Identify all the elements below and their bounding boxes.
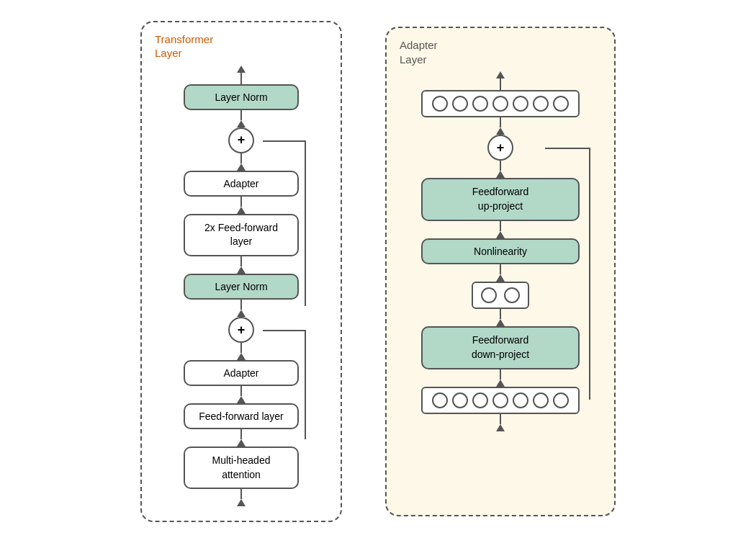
arrowhead: [496, 127, 505, 135]
arrow-line: [500, 78, 501, 90]
arrowhead: [496, 171, 505, 178]
skip-right-line-bottom: [305, 330, 306, 439]
arrow-ff-up-nl: [496, 221, 505, 238]
arrow-ff-ln: [237, 256, 246, 274]
adapter-top: Adapter: [184, 171, 299, 197]
arrow-bottom-in: [237, 489, 246, 506]
arrow-line: [240, 343, 242, 353]
feedforward-layer: 2x Feed-forwardlayer: [184, 214, 299, 256]
neuron: [533, 96, 549, 112]
arrowhead: [496, 274, 505, 282]
neuron: [432, 392, 448, 408]
arrow-line: [240, 153, 242, 163]
diagram-container: Transformer Layer Layer Norm +: [0, 0, 756, 543]
arrow-neurons-ff-down: [496, 309, 505, 326]
adapter-bottom: Adapter: [184, 360, 299, 386]
arrow-plus-ff-up: [496, 161, 505, 178]
right-col: + Feedforwardup-project Nonlinear: [408, 71, 593, 431]
skip-right-line-top: [305, 140, 306, 306]
arrow-line: [240, 386, 242, 396]
transformer-layer-panel: Transformer Layer Layer Norm +: [140, 21, 342, 522]
ff-layer: Feed-forward layer: [184, 403, 299, 429]
arrow-top-out-right: [496, 71, 505, 90]
neuron: [513, 96, 528, 112]
plus-bottom: +: [228, 317, 254, 343]
arrow-line: [240, 300, 242, 310]
neurons-bottom-row: [421, 387, 580, 414]
arrowhead: [237, 66, 246, 73]
neuron: [513, 392, 528, 408]
arrow-plus-adapter2: [237, 343, 246, 360]
arrowhead: [496, 319, 505, 326]
ff-up-project: Feedforwardup-project: [421, 178, 580, 221]
neurons-top-row: [421, 90, 580, 117]
arrow-line: [500, 161, 501, 171]
skip-right-adapter: [589, 148, 590, 400]
arrow-line: [240, 256, 242, 266]
arrowhead: [237, 163, 246, 171]
arrowhead: [237, 207, 246, 214]
plus-adapter-row: +: [407, 135, 594, 161]
transformer-label: Transformer Layer: [155, 32, 213, 60]
arrow-line: [500, 309, 501, 319]
neuron: [533, 392, 549, 408]
skip-right-h-adapter: [545, 148, 590, 149]
nonlinearity-box: Nonlinearity: [421, 238, 580, 264]
adapter-layer-panel: Adapter Layer: [385, 27, 616, 516]
arrowhead: [237, 353, 246, 360]
arrow-neuron-plus: [496, 117, 505, 135]
arrow-line: [500, 117, 501, 127]
adapter-label: Adapter Layer: [400, 38, 438, 66]
arrow-line: [240, 197, 242, 207]
arrowhead: [496, 380, 505, 387]
arrow-line: [240, 110, 242, 120]
skip-right-horizontal-bottom: [263, 330, 306, 331]
arrowhead: [496, 71, 505, 78]
layer-norm-bottom: Layer Norm: [184, 274, 299, 300]
mha-box: Multi-headedattention: [184, 446, 299, 489]
neuron: [492, 96, 508, 112]
neurons-small-row: [472, 282, 529, 309]
neuron: [472, 96, 488, 112]
arrow-line: [500, 221, 501, 231]
arrow-nl-neurons: [496, 264, 505, 282]
arrowhead: [237, 266, 246, 274]
arrow-adapter-ff: [237, 197, 246, 214]
arrow-plus-adapter: [237, 153, 246, 171]
plus-top-row: +: [169, 127, 313, 153]
arrow-line: [500, 414, 501, 424]
arrowhead: [237, 396, 246, 403]
neuron: [452, 96, 468, 112]
arrow-line: [240, 489, 242, 499]
arrowhead: [237, 310, 246, 317]
plus-top: +: [228, 127, 254, 153]
neuron: [492, 392, 508, 408]
skip-right-horizontal-top: [263, 140, 306, 142]
neuron-small: [481, 287, 497, 303]
left-col: Layer Norm + Adapter: [163, 66, 319, 506]
neuron: [553, 96, 569, 112]
arrow-ln-top: [237, 110, 246, 127]
arrowhead: [237, 120, 246, 127]
arrow-ff-down-neurons: [496, 369, 505, 387]
arrow-line: [500, 369, 501, 380]
neuron-small: [504, 287, 520, 303]
arrow-line: [240, 429, 242, 439]
arrow-line: [500, 264, 501, 274]
arrow-bottom-in-right: [496, 414, 505, 431]
neuron: [472, 392, 488, 408]
arrow-line: [240, 73, 242, 84]
arrow-ln-plus: [237, 300, 246, 317]
ff-down-project: Feedforwarddown-project: [421, 326, 580, 369]
layer-norm-top: Layer Norm: [184, 84, 299, 110]
neuron: [452, 392, 468, 408]
neuron: [553, 392, 569, 408]
arrowhead: [496, 424, 505, 431]
arrowhead: [496, 231, 505, 238]
arrowhead: [237, 439, 246, 446]
arrow-ff-mha: [237, 429, 246, 446]
plus-bottom-row: +: [169, 317, 313, 343]
neuron: [432, 96, 448, 112]
arrow-top-out: [237, 66, 246, 84]
plus-adapter: +: [487, 135, 513, 161]
